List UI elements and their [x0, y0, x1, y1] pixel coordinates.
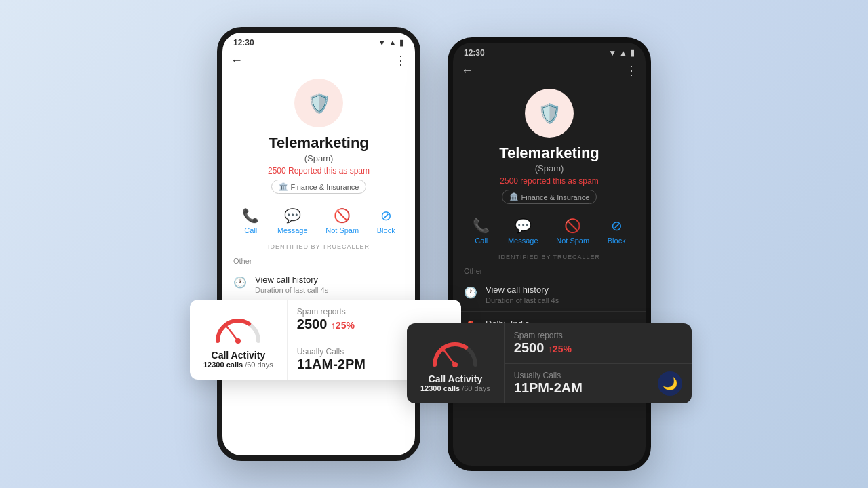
call-history-title-dark: View call history	[486, 285, 559, 295]
usually-stat-text-light: Usually Calls 11AM-2PM	[297, 347, 366, 372]
call-card-dark: Call Activity 12300 calls /60 days Spam …	[407, 323, 692, 403]
call-history-text-light: View call history Duration of last call …	[255, 274, 328, 294]
svg-line-1	[226, 325, 238, 341]
identified-label-dark: IDENTIFIED BY TRUECALLER	[453, 249, 646, 264]
usually-value-dark: 11PM-2AM	[514, 380, 583, 396]
contact-section-dark: 🛡️ Telemarketing (Spam) 2500 reported th…	[453, 83, 646, 212]
spam-stat-value-light: 2500 ↑25%	[297, 317, 355, 332]
not-spam-btn-dark[interactable]: 🚫 Not Spam	[556, 218, 589, 245]
wifi-icon-dark: ▲	[619, 48, 627, 58]
other-label-dark: Other	[453, 264, 646, 278]
dark-phone-wrapper: 12:30 ▼ ▲ ▮ ← ⋮ 🛡️ Telemarketing (Spam)	[448, 37, 651, 471]
calls-count-light: 12300 calls	[203, 361, 243, 369]
calls-count-dark: 12300 calls	[420, 384, 460, 392]
action-buttons-light: 📞 Call 💬 Message 🚫 Not Spam ⊘ Block	[222, 202, 415, 239]
top-nav-dark: ← ⋮	[453, 60, 646, 83]
gauge-svg-dark	[428, 334, 482, 368]
activity-title-light: Call Activity	[212, 350, 266, 361]
avatar-light: 🛡️	[294, 79, 343, 127]
call-history-sub-dark: Duration of last call 4s	[486, 296, 559, 304]
card-right-dark: Spam reports 2500 ↑25% Usually Calls 11P…	[504, 323, 692, 403]
clock-icon-dark: 🕐	[464, 286, 477, 299]
spam-stat-text-light: Spam reports 2500 ↑25%	[297, 307, 355, 332]
spam-stat-dark: Spam reports 2500 ↑25%	[505, 323, 692, 363]
message-icon-dark: 💬	[515, 218, 532, 234]
call-btn-light[interactable]: 📞 Call	[242, 207, 259, 235]
spam-label-dark: (Spam)	[535, 163, 564, 174]
activity-title-dark: Call Activity	[429, 373, 483, 384]
shield-icon-dark: 🛡️	[538, 102, 561, 125]
usually-stat-text-dark: Usually Calls 11PM-2AM	[514, 371, 583, 396]
signal-icon-light: ▼	[378, 38, 386, 47]
message-label-light: Message	[277, 226, 308, 235]
block-btn-light[interactable]: ⊘ Block	[377, 207, 395, 235]
message-label-dark: Message	[508, 237, 538, 245]
call-history-item-light[interactable]: 🕐 View call history Duration of last cal…	[222, 268, 415, 302]
bank-icon-light: 🏛️	[279, 182, 288, 191]
block-icon-dark: ⊘	[611, 218, 623, 234]
light-phone: 12:30 ▼ ▲ ▮ ← ⋮ 🛡️ Telemarketing (Spam)	[217, 27, 420, 461]
bank-icon-dark: 🏛️	[509, 192, 519, 201]
usually-stat-dark: Usually Calls 11PM-2AM 🌙	[505, 364, 692, 404]
usually-label-dark: Usually Calls	[514, 371, 583, 380]
call-label-dark: Call	[475, 237, 488, 245]
phones-container: 12:30 ▼ ▲ ▮ ← ⋮ 🛡️ Telemarketing (Spam)	[217, 17, 651, 471]
signal-icon-dark: ▼	[608, 48, 616, 58]
spam-change-light: ↑25%	[331, 320, 355, 331]
avatar-dark: 🛡️	[525, 89, 574, 138]
spam-report-light: 2500 Reported this as spam	[268, 166, 370, 176]
block-label-dark: Block	[608, 237, 626, 245]
wifi-icon-light: ▲	[389, 38, 397, 47]
tag-text-dark: Finance & Insurance	[521, 193, 590, 201]
not-spam-icon-dark: 🚫	[564, 218, 581, 234]
message-btn-light[interactable]: 💬 Message	[277, 207, 308, 235]
spam-stat-label-dark: Spam reports	[514, 331, 572, 340]
light-phone-wrapper: 12:30 ▼ ▲ ▮ ← ⋮ 🛡️ Telemarketing (Spam)	[217, 27, 420, 461]
time-light: 12:30	[233, 38, 254, 47]
more-button-light[interactable]: ⋮	[395, 53, 407, 68]
spam-report-dark: 2500 reported this as spam	[500, 176, 598, 186]
contact-section-light: 🛡️ Telemarketing (Spam) 2500 Reported th…	[222, 73, 415, 202]
identified-label-light: IDENTIFIED BY TRUECALLER	[222, 239, 415, 254]
spam-stat-label-light: Spam reports	[297, 307, 355, 317]
call-history-sub-light: Duration of last call 4s	[255, 286, 328, 294]
spam-change-dark: ↑25%	[548, 344, 572, 354]
top-nav-light: ← ⋮	[222, 50, 415, 73]
dark-phone: 12:30 ▼ ▲ ▮ ← ⋮ 🛡️ Telemarketing (Spam)	[448, 37, 651, 471]
activity-sub-dark: 12300 calls /60 days	[420, 384, 490, 392]
battery-icon-light: ▮	[399, 38, 404, 47]
contact-name-dark: Telemarketing	[499, 144, 599, 162]
call-history-text-dark: View call history Duration of last call …	[486, 285, 559, 304]
call-label-light: Call	[244, 226, 257, 235]
tag-text-light: Finance & Insurance	[291, 183, 359, 191]
tag-badge-light: 🏛️ Finance & Insurance	[271, 180, 367, 194]
other-label-light: Other	[222, 254, 415, 268]
back-button-dark[interactable]: ←	[461, 64, 473, 78]
status-bar-light: 12:30 ▼ ▲ ▮	[222, 33, 415, 50]
back-button-light[interactable]: ←	[231, 54, 243, 68]
moon-icon: 🌙	[663, 376, 677, 391]
call-btn-dark[interactable]: 📞 Call	[473, 218, 490, 245]
not-spam-btn-light[interactable]: 🚫 Not Spam	[326, 207, 359, 235]
time-dark: 12:30	[464, 48, 485, 58]
status-icons-light: ▼ ▲ ▮	[378, 38, 404, 47]
usually-value-light: 11AM-2PM	[297, 357, 366, 372]
block-icon-light: ⊘	[380, 207, 392, 224]
status-bar-dark: 12:30 ▼ ▲ ▮	[453, 43, 646, 60]
action-buttons-dark: 📞 Call 💬 Message 🚫 Not Spam ⊘ Block	[453, 212, 646, 249]
calls-period-light: /60 days	[245, 361, 273, 369]
block-btn-dark[interactable]: ⊘ Block	[608, 218, 626, 245]
shield-icon-light: 🛡️	[307, 92, 331, 115]
time-icon-dark: 🌙	[658, 371, 682, 396]
not-spam-label-dark: Not Spam	[556, 237, 589, 245]
spam-label-light: (Spam)	[304, 153, 334, 163]
svg-line-3	[443, 349, 455, 365]
message-icon-light: 💬	[284, 207, 301, 224]
gauge-svg-light	[211, 310, 265, 344]
message-btn-dark[interactable]: 💬 Message	[508, 218, 538, 245]
more-button-dark[interactable]: ⋮	[625, 63, 637, 78]
card-left-light: Call Activity 12300 calls /60 days	[190, 300, 287, 380]
card-left-dark: Call Activity 12300 calls /60 days	[407, 323, 504, 403]
call-history-item-dark[interactable]: 🕐 View call history Duration of last cal…	[453, 278, 646, 312]
clock-icon-light: 🕐	[233, 276, 247, 289]
